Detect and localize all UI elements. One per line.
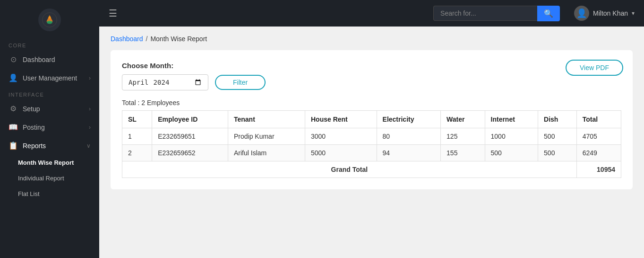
col-house-rent: House Rent: [305, 111, 377, 128]
cell-emp-id: E232659652: [152, 145, 228, 161]
setup-icon: ⚙: [9, 104, 18, 113]
sidebar: CORE ⊙ Dashboard 👤 User Management › INT…: [0, 0, 99, 258]
sidebar-item-label: Dashboard: [23, 56, 55, 63]
col-electricity: Electricity: [377, 111, 441, 128]
col-internet: Internet: [485, 111, 538, 128]
report-table: SL Employee ID Tenant House Rent Electri…: [122, 110, 621, 178]
search-wrapper: 🔍: [433, 6, 560, 21]
main-wrapper: ☰ 🔍 👤 Milton Khan ▾ Dashboard / Month Wi…: [99, 0, 644, 258]
cell-sl: 1: [122, 128, 152, 145]
breadcrumb-current: Month Wise Report: [150, 35, 207, 43]
col-water: Water: [441, 111, 485, 128]
sidebar-sub-label: Month Wise Report: [18, 159, 74, 166]
table-body: 1 E232659651 Prodip Kumar 3000 80 125 10…: [122, 128, 621, 178]
sidebar-sub-label: Flat List: [18, 190, 40, 197]
breadcrumb: Dashboard / Month Wise Report: [111, 35, 633, 43]
filter-button[interactable]: Filter: [215, 75, 266, 90]
col-employee-id: Employee ID: [152, 111, 228, 128]
user-name: Milton Khan: [593, 9, 628, 17]
menu-icon[interactable]: ☰: [109, 8, 117, 19]
user-info[interactable]: 👤 Milton Khan ▾: [574, 6, 635, 21]
sidebar-item-dashboard[interactable]: ⊙ Dashboard: [0, 50, 99, 69]
cell-dish: 500: [538, 145, 577, 161]
filter-row: Filter: [122, 74, 621, 90]
sidebar-item-label: Setup: [23, 105, 40, 113]
sidebar-sub-label: Individual Report: [18, 175, 64, 182]
avatar-icon: 👤: [576, 8, 587, 18]
cell-total: 6249: [576, 145, 621, 161]
user-icon: 👤: [9, 73, 18, 82]
search-icon: 🔍: [544, 9, 553, 18]
sidebar-item-user-management[interactable]: 👤 User Management ›: [0, 69, 99, 87]
cell-water: 125: [441, 128, 485, 145]
chevron-right-icon: ›: [89, 75, 91, 81]
posting-icon: 📖: [9, 123, 18, 132]
cell-sl: 2: [122, 145, 152, 161]
col-total: Total: [576, 111, 621, 128]
content: Dashboard / Month Wise Report View PDF C…: [99, 27, 644, 258]
cell-internet: 1000: [485, 128, 538, 145]
table-row: 2 E232659652 Ariful Islam 5000 94 155 50…: [122, 145, 621, 161]
chevron-down-icon: ∨: [86, 142, 91, 149]
report-card: View PDF Choose Month: Filter Total : 2 …: [111, 50, 633, 189]
topbar: ☰ 🔍 👤 Milton Khan ▾: [99, 0, 644, 27]
search-button[interactable]: 🔍: [537, 6, 560, 21]
grand-total-row: Grand Total 10954: [122, 161, 621, 178]
col-sl: SL: [122, 111, 152, 128]
col-tenant: Tenant: [228, 111, 305, 128]
sidebar-logo: [0, 0, 99, 38]
cell-tenant: Ariful Islam: [228, 145, 305, 161]
grand-total-value: 10954: [576, 161, 621, 178]
sidebar-sub-item-month-wise-report[interactable]: Month Wise Report: [0, 155, 99, 170]
view-pdf-button[interactable]: View PDF: [566, 60, 623, 76]
cell-total: 4705: [576, 128, 621, 145]
cell-emp-id: E232659651: [152, 128, 228, 145]
sidebar-item-label: User Management: [23, 74, 77, 82]
col-dish: Dish: [538, 111, 577, 128]
cell-electricity: 80: [377, 128, 441, 145]
chevron-right-icon: ›: [89, 106, 91, 112]
sidebar-item-setup[interactable]: ⚙ Setup ›: [0, 99, 99, 118]
section-label-interface: INTERFACE: [0, 87, 99, 99]
sidebar-item-label: Posting: [23, 124, 45, 131]
sidebar-sub-item-flat-list[interactable]: Flat List: [0, 186, 99, 202]
breadcrumb-dashboard-link[interactable]: Dashboard: [111, 35, 143, 43]
sidebar-item-label: Reports: [23, 142, 46, 150]
chevron-down-icon: ▾: [632, 10, 635, 17]
total-employees-label: Total : 2 Employees: [122, 99, 621, 107]
app-logo: [38, 9, 61, 31]
month-input[interactable]: [122, 74, 208, 90]
cell-house-rent: 5000: [305, 145, 377, 161]
dashboard-icon: ⊙: [9, 55, 18, 64]
chevron-right-icon: ›: [89, 124, 91, 131]
cell-dish: 500: [538, 128, 577, 145]
grand-total-label: Grand Total: [122, 161, 577, 178]
sidebar-sub-item-individual-report[interactable]: Individual Report: [0, 170, 99, 186]
svg-point-2: [47, 21, 52, 24]
choose-month-label: Choose Month:: [122, 62, 621, 70]
reports-icon: 📋: [9, 141, 18, 150]
cell-water: 155: [441, 145, 485, 161]
cell-internet: 500: [485, 145, 538, 161]
table-header-row: SL Employee ID Tenant House Rent Electri…: [122, 111, 621, 128]
cell-house-rent: 3000: [305, 128, 377, 145]
section-label-core: CORE: [0, 38, 99, 50]
cell-tenant: Prodip Kumar: [228, 128, 305, 145]
sidebar-item-posting[interactable]: 📖 Posting ›: [0, 118, 99, 136]
search-input[interactable]: [433, 6, 537, 21]
svg-point-3: [48, 16, 51, 18]
cell-electricity: 94: [377, 145, 441, 161]
sidebar-item-reports[interactable]: 📋 Reports ∨: [0, 136, 99, 155]
avatar: 👤: [574, 6, 589, 21]
breadcrumb-separator: /: [146, 35, 148, 43]
table-row: 1 E232659651 Prodip Kumar 3000 80 125 10…: [122, 128, 621, 145]
